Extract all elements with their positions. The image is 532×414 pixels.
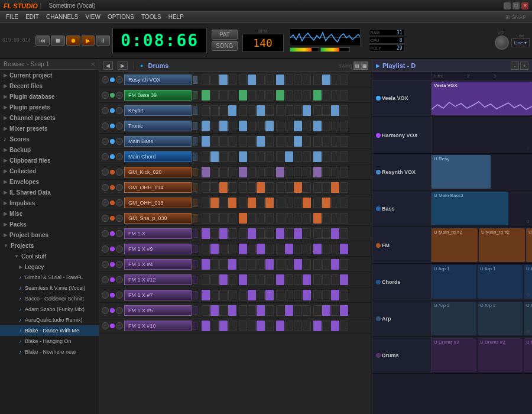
track-mute-fm1x12[interactable] — [102, 276, 109, 283]
track-mini-slider[interactable] — [193, 76, 197, 84]
track-name-keybit[interactable]: Keybit — [124, 105, 192, 116]
track-mute-main-chord[interactable] — [102, 153, 109, 160]
track-name-fm1x5[interactable]: FM 1 X #5 — [124, 305, 192, 316]
sidebar-item-gimbal[interactable]: ♪ Gimbal & Si.rial - RawFL — [0, 272, 99, 283]
seq-nav-right[interactable]: ▶ — [118, 62, 128, 70]
playlist-zoom-out[interactable]: - — [511, 62, 519, 70]
sidebar-item-scores[interactable]: ♪ Scores — [0, 134, 99, 144]
track-mini-slider[interactable] — [193, 229, 197, 238]
track-solo-fm1x9[interactable] — [116, 245, 123, 253]
menu-view[interactable]: VIEW — [82, 12, 104, 22]
sidebar-item-envelopes[interactable]: ▶ Envelopes — [0, 176, 99, 187]
track-mini-slider[interactable] — [193, 245, 197, 253]
track-solo-main-bass[interactable] — [116, 138, 123, 145]
playlist-track-content-resynth[interactable]: U Resy — [432, 154, 532, 190]
sidebar-item-blake-nowhere[interactable]: ♪ Blake - Nowhere near — [0, 347, 99, 357]
sidebar-item-mixer-presets[interactable]: ▶ Mixer presets — [0, 123, 99, 134]
track-mute-main-bass[interactable] — [102, 138, 109, 145]
song-button[interactable]: SONG — [212, 41, 237, 51]
sidebar-item-project-bones[interactable]: ▶ Project bones — [0, 229, 99, 240]
track-mini-slider[interactable] — [193, 122, 197, 130]
track-mini-slider[interactable] — [193, 91, 197, 99]
seq-nav-left[interactable]: ◀ — [103, 62, 113, 70]
play-button[interactable]: ▶ — [82, 35, 95, 46]
sidebar-item-current-project[interactable]: ▶ Current project — [0, 70, 99, 80]
playlist-track-content-harmony[interactable]: ⚙ — [432, 117, 532, 153]
track-solo-fm1x7[interactable] — [116, 292, 123, 299]
menu-options[interactable]: OPTIONS — [104, 12, 138, 22]
line-selector[interactable]: Line ▾ — [511, 38, 530, 47]
sidebar-item-blake-hanging[interactable]: ♪ Blake - Hanging On — [0, 336, 99, 347]
stop-button[interactable]: ⏹ — [51, 35, 65, 46]
track-name-fm1x12[interactable]: FM 1 X #12 — [124, 274, 192, 285]
sidebar-item-channel-presets[interactable]: ▶ Channel presets — [0, 112, 99, 123]
menu-file[interactable]: FILE — [2, 12, 22, 22]
track-name-fm1x[interactable]: FM 1 X — [124, 228, 192, 239]
track-mute-fm1x4[interactable] — [102, 261, 109, 268]
track-mute-gm-kick[interactable] — [102, 169, 109, 176]
piano-toggle[interactable]: ▦ — [361, 62, 368, 70]
track-mini-slider[interactable] — [193, 260, 197, 269]
track-mini-slider[interactable] — [193, 306, 197, 315]
menu-channels[interactable]: CHANNELS — [43, 12, 82, 22]
track-solo-tronic[interactable] — [116, 122, 123, 130]
track-mute-fm-bass[interactable] — [102, 92, 109, 99]
sidebar-item-backup[interactable]: ▶ Backup — [0, 144, 99, 155]
track-mute-fm1x[interactable] — [102, 230, 109, 237]
sidebar-item-recent-files[interactable]: ▶ Recent files — [0, 80, 99, 91]
track-solo-gm-ohh14[interactable] — [116, 184, 123, 191]
track-solo-main-chord[interactable] — [116, 153, 123, 160]
sidebar-item-il-shared-data[interactable]: ▶ IL Shared Data — [0, 187, 99, 198]
sidebar-item-legacy[interactable]: ▶ Legacy — [0, 261, 99, 272]
pat-button[interactable]: PAT — [212, 30, 237, 40]
playlist-track-content-chords[interactable]: U Arp 1 U Arp 1 U Arp ⚙ — [432, 264, 532, 300]
track-solo-fm1x[interactable] — [116, 230, 123, 237]
track-mini-slider[interactable] — [193, 322, 197, 330]
rewind-button[interactable]: ⏮ — [35, 35, 50, 46]
track-name-gm-kick[interactable]: GM_Kick_020 — [124, 167, 192, 177]
track-name-fm-bass[interactable]: FM Bass 39 — [124, 90, 192, 101]
track-name-main-chord[interactable]: Main Chord — [124, 151, 192, 162]
track-name-tronic[interactable]: Tronic — [124, 121, 192, 131]
sidebar-item-seamless[interactable]: ♪ Seamless ft V.ime (Vocal) — [0, 283, 99, 293]
track-mute-tronic[interactable] — [102, 122, 109, 130]
track-name-main-bass[interactable]: Main Bass — [124, 136, 192, 147]
track-name-gm-ohh14[interactable]: GM_OHH_014 — [124, 182, 192, 193]
playlist-track-content-veela[interactable]: Veela VOX — [432, 80, 532, 117]
sidebar-item-projects[interactable]: ▼ Projects — [0, 240, 99, 251]
menu-help[interactable]: HELP — [165, 12, 187, 22]
menu-edit[interactable]: EDIT — [22, 12, 43, 22]
sidebar-item-misc[interactable]: ▶ Misc — [0, 208, 99, 219]
bpm-display[interactable]: 140 — [242, 34, 284, 52]
sidebar-item-aura[interactable]: ♪ AuraQualic.tudio Remix) — [0, 315, 99, 325]
track-name-gm-snap[interactable]: GM_Sna_p_030 — [124, 213, 192, 224]
track-solo-gm-ohh13[interactable] — [116, 199, 123, 206]
track-name-gm-ohh13[interactable]: GM_OHH_013 — [124, 198, 192, 208]
track-mini-slider[interactable] — [193, 137, 197, 145]
track-name-fm1x4[interactable]: FM 1 X #4 — [124, 259, 192, 270]
track-solo-fm1x5[interactable] — [116, 307, 123, 314]
sidebar-item-plugin-database[interactable]: ▶ Plugin database — [0, 91, 99, 102]
track-mute-resynth-vox[interactable] — [102, 76, 109, 83]
track-name-fm1x7[interactable]: FM 1 X #7 — [124, 290, 192, 300]
pause-button[interactable]: ⏸ — [96, 35, 110, 46]
track-name-fm1x9[interactable]: FM 1 X #9 — [124, 244, 192, 254]
playlist-zoom-in[interactable]: + — [520, 62, 528, 70]
track-mini-slider[interactable] — [193, 168, 197, 176]
maximize-button[interactable]: □ — [512, 2, 520, 9]
track-mute-gm-snap[interactable] — [102, 215, 109, 222]
sidebar-item-plugin-presets[interactable]: ▶ Plugin presets — [0, 102, 99, 112]
track-solo-resynth-vox[interactable] — [116, 76, 123, 83]
track-mini-slider[interactable] — [193, 214, 197, 222]
track-name-fm1x10[interactable]: FM 1 X #10 — [124, 321, 192, 331]
track-mute-gm-ohh13[interactable] — [102, 199, 109, 206]
sidebar-item-impulses[interactable]: ▶ Impulses — [0, 198, 99, 208]
track-mini-slider[interactable] — [193, 276, 197, 284]
track-mini-slider[interactable] — [193, 199, 197, 207]
sidebar-item-sacco[interactable]: ♪ Sacco - Goldener Schnitt — [0, 293, 99, 304]
record-button[interactable]: ⏺ — [66, 35, 80, 46]
track-solo-fm1x10[interactable] — [116, 322, 123, 329]
playlist-track-content-drums[interactable]: U Drums #2 U Drums #2 U Dru — [432, 337, 532, 373]
track-mini-slider[interactable] — [193, 106, 197, 115]
track-solo-keybit[interactable] — [116, 107, 123, 114]
